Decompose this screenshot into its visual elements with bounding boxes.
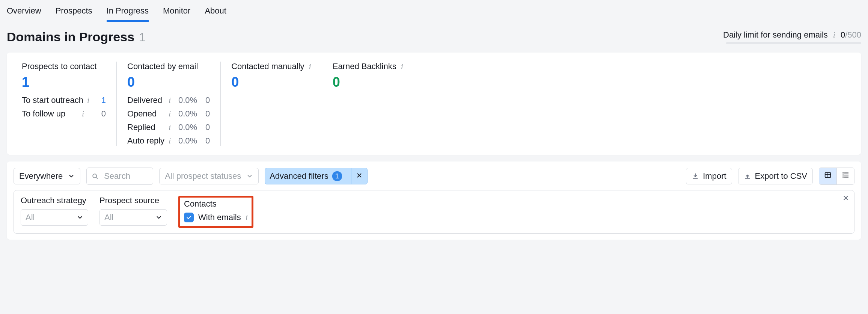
daily-limit-max: /500 — [845, 30, 861, 39]
download-icon — [692, 172, 699, 180]
prospect-source-value: All — [104, 213, 113, 222]
top-tabs: Overview Prospects In Progress Monitor A… — [0, 0, 868, 22]
view-list[interactable] — [837, 168, 854, 184]
stat-value-prospects[interactable]: 1 — [22, 74, 106, 90]
chevron-down-icon — [77, 214, 83, 221]
sub-count: 0 — [201, 95, 210, 105]
stat-title-earned: Earned Backlinks — [333, 62, 396, 71]
table-icon — [824, 171, 832, 179]
search-icon — [91, 172, 99, 180]
info-icon[interactable]: i — [169, 136, 171, 146]
daily-limit-label: Daily limit for sending emails — [723, 30, 828, 40]
daily-limit-current: 0 — [841, 30, 845, 39]
chevron-down-icon — [155, 214, 162, 221]
advanced-filters-count: 1 — [332, 171, 342, 181]
info-icon[interactable]: i — [169, 95, 171, 105]
stat-title-manual: Contacted manually — [231, 62, 304, 71]
chevron-down-icon — [246, 173, 253, 180]
chevron-down-icon — [68, 173, 75, 180]
view-table[interactable] — [819, 168, 837, 184]
search-input-wrap[interactable] — [86, 168, 153, 185]
list-icon — [841, 171, 850, 179]
info-icon[interactable]: i — [169, 109, 171, 119]
sub-pct: 0.0% — [175, 109, 197, 119]
page-title-count: 1 — [139, 30, 146, 44]
contacts-filter-highlight: Contacts With emails i — [178, 196, 253, 228]
info-icon[interactable]: i — [169, 122, 171, 132]
export-button[interactable]: Export to CSV — [738, 168, 813, 184]
sub-label: Opened — [127, 109, 165, 119]
daily-limit-progress — [726, 42, 861, 44]
import-button[interactable]: Import — [686, 168, 732, 184]
outreach-strategy-label: Outreach strategy — [21, 196, 88, 205]
upload-icon — [744, 172, 751, 180]
stat-value-emailed[interactable]: 0 — [127, 74, 210, 90]
filters-panel: Outreach strategy All Prospect source Al… — [14, 190, 854, 234]
sub-count: 0 — [97, 109, 106, 119]
outreach-strategy-select[interactable]: All — [21, 209, 88, 226]
close-icon — [356, 172, 363, 179]
sub-count: 0 — [201, 109, 210, 119]
with-emails-checkbox[interactable] — [184, 213, 194, 222]
contacts-label: Contacts — [184, 199, 248, 209]
sub-label: Delivered — [127, 95, 165, 105]
info-icon[interactable]: i — [246, 213, 248, 222]
stat-value-earned[interactable]: 0 — [333, 74, 846, 90]
search-input[interactable] — [103, 171, 148, 181]
stats-card: Prospects to contact 1 To start outreach… — [7, 53, 861, 155]
view-toggle — [819, 168, 854, 185]
stat-title-emailed: Contacted by email — [127, 62, 198, 71]
sub-label: Auto reply — [127, 136, 165, 146]
info-icon[interactable]: i — [87, 95, 89, 105]
export-label: Export to CSV — [755, 171, 807, 181]
advanced-filters-clear[interactable] — [351, 168, 367, 184]
with-emails-label: With emails — [198, 213, 241, 222]
status-dropdown[interactable]: All prospect statuses — [159, 168, 259, 184]
tab-prospects[interactable]: Prospects — [56, 4, 92, 22]
sub-pct: 0.0% — [175, 95, 197, 105]
sub-pct: 0.0% — [175, 122, 197, 132]
prospect-source-select[interactable]: All — [99, 209, 167, 226]
tab-in-progress[interactable]: In Progress — [107, 4, 149, 22]
filters-panel-close[interactable] — [842, 194, 850, 204]
info-icon[interactable]: i — [82, 109, 84, 119]
sub-count: 0 — [201, 136, 210, 146]
prospect-source-label: Prospect source — [99, 196, 167, 205]
advanced-filters-chip[interactable]: Advanced filters 1 — [265, 168, 368, 184]
filter-bar: Everywhere All prospect statuses Advance… — [7, 162, 861, 240]
info-icon[interactable]: i — [309, 62, 311, 71]
info-icon[interactable]: i — [401, 62, 403, 71]
scope-value: Everywhere — [19, 171, 63, 181]
tab-monitor[interactable]: Monitor — [163, 4, 190, 22]
advanced-filters-label: Advanced filters — [270, 171, 329, 181]
info-icon[interactable]: i — [833, 30, 835, 40]
page-title: Domains in Progress — [7, 30, 134, 44]
sub-count[interactable]: 1 — [97, 95, 106, 105]
tab-about[interactable]: About — [205, 4, 226, 22]
tab-overview[interactable]: Overview — [7, 4, 41, 22]
sub-pct: 0.0% — [175, 136, 197, 146]
sub-label: To follow up — [22, 109, 78, 119]
scope-dropdown[interactable]: Everywhere — [14, 168, 80, 184]
sub-count: 0 — [201, 122, 210, 132]
close-icon — [842, 194, 850, 202]
sub-label: To start outreach — [22, 95, 83, 105]
stat-title-prospects: Prospects to contact — [22, 62, 96, 71]
status-placeholder: All prospect statuses — [165, 171, 241, 181]
import-label: Import — [703, 171, 726, 181]
sub-label: Replied — [127, 122, 165, 132]
check-icon — [186, 214, 192, 220]
stat-value-manual[interactable]: 0 — [231, 74, 311, 90]
outreach-strategy-value: All — [26, 213, 35, 222]
